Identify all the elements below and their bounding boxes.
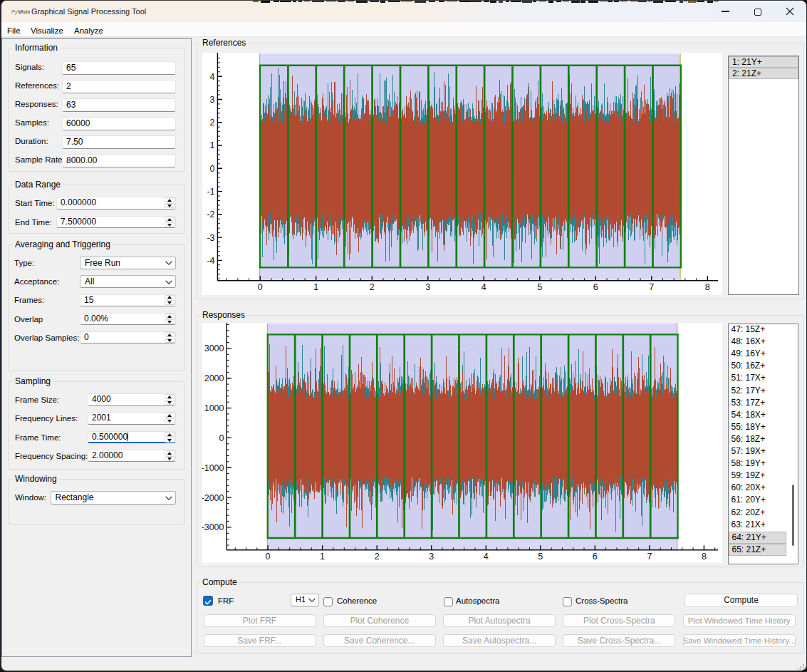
svg-text:-2000: -2000 <box>202 493 224 503</box>
svg-text:0: 0 <box>258 282 263 292</box>
svg-text:5: 5 <box>537 282 542 292</box>
svg-text:4: 4 <box>210 72 215 82</box>
svg-text:2: 2 <box>370 282 375 292</box>
svg-text:3: 3 <box>429 552 434 562</box>
svg-text:PyVista: PyVista <box>11 9 30 15</box>
svg-text:-3: -3 <box>207 233 214 243</box>
svg-text:-3000: -3000 <box>202 522 224 532</box>
svg-text:3: 3 <box>210 95 215 105</box>
svg-text:1000: 1000 <box>204 403 224 413</box>
svg-text:3: 3 <box>425 282 430 292</box>
svg-text:5: 5 <box>538 552 543 562</box>
svg-text:0: 0 <box>266 552 271 562</box>
svg-text:7: 7 <box>647 552 652 562</box>
svg-text:1: 1 <box>313 282 318 292</box>
svg-text:0: 0 <box>210 164 215 174</box>
svg-text:6: 6 <box>593 552 598 562</box>
svg-text:0: 0 <box>219 433 224 443</box>
svg-text:7: 7 <box>649 282 654 292</box>
svg-text:6: 6 <box>593 282 598 292</box>
svg-text:1: 1 <box>210 140 215 150</box>
svg-text:1: 1 <box>320 552 325 562</box>
svg-text:4: 4 <box>484 552 489 562</box>
svg-text:2: 2 <box>210 118 215 128</box>
svg-text:3000: 3000 <box>204 343 224 353</box>
svg-text:-4: -4 <box>207 256 214 266</box>
svg-text:-1: -1 <box>207 187 214 197</box>
svg-text:8: 8 <box>702 552 707 562</box>
svg-text:2000: 2000 <box>204 373 224 383</box>
svg-text:4: 4 <box>481 282 486 292</box>
svg-text:-2: -2 <box>207 210 214 219</box>
svg-text:8: 8 <box>705 282 710 292</box>
svg-text:2: 2 <box>375 552 380 562</box>
svg-text:-1000: -1000 <box>202 463 224 473</box>
